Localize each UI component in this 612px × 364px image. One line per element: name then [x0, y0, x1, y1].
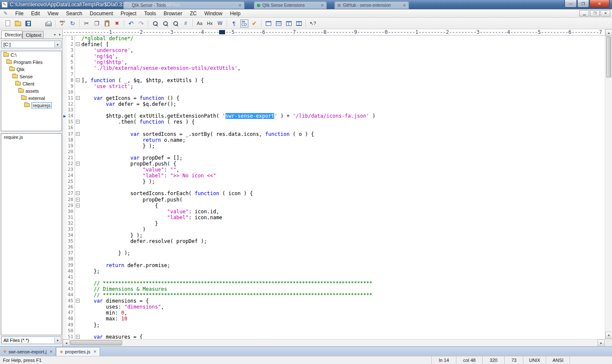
code-text[interactable]: return defer.promise; — [81, 262, 605, 268]
menu-project[interactable]: Project — [117, 9, 140, 17]
close-icon[interactable]: ✕ — [238, 3, 242, 8]
code-line[interactable]: 5 'ng!$http', — [63, 59, 605, 65]
code-line[interactable]: 4 'ng!$q', — [63, 53, 605, 59]
code-line[interactable]: 32 } — [63, 221, 605, 226]
horizontal-scrollbar[interactable]: ◄ ► — [63, 339, 605, 346]
ghost-browser-tab[interactable]: Qlik Sense Extensions✕ — [254, 1, 327, 9]
code-line[interactable]: 17− var sortedIcons = _.sortBy( res.data… — [63, 131, 605, 137]
code-line[interactable]: 31 "label": icon.name — [63, 215, 605, 221]
code-text[interactable]: return o.name; — [81, 137, 605, 143]
mdi-restore-button[interactable]: ❐ — [590, 10, 600, 17]
copy-icon[interactable]: ❐ — [92, 19, 102, 28]
open-file-icon[interactable] — [13, 19, 23, 28]
code-line[interactable]: 10 — [63, 89, 605, 95]
fold-toggle-icon[interactable]: − — [76, 299, 80, 303]
code-line[interactable]: 28− propDef.push( — [63, 197, 605, 203]
ghost-browser-tab[interactable]: GitHub - sense-extension✕ — [334, 1, 409, 9]
doc-tab-propertiesjs[interactable]: ❖properties.js✕ — [56, 347, 100, 356]
code-line[interactable]: 12 var defer = $q.defer(); — [63, 101, 605, 107]
find-in-files-icon[interactable] — [170, 19, 181, 28]
code-line[interactable]: 35 defer.resolve( propDef ); — [63, 238, 605, 244]
code-line[interactable]: 48 max: 10 — [63, 316, 605, 322]
fold-toggle-icon[interactable]: − — [76, 162, 80, 165]
window-single-icon[interactable] — [263, 19, 273, 28]
code-text[interactable]: var defer = $q.defer(); — [81, 101, 605, 107]
code-text[interactable]: { — [81, 203, 605, 209]
ghost-browser-tab[interactable]: Qlik Sense - Tools✕ — [123, 1, 245, 9]
code-text[interactable] — [81, 256, 605, 262]
code-text[interactable]: } ); — [81, 143, 605, 149]
code-text[interactable]: } ); — [81, 179, 605, 185]
spell-check-icon[interactable]: ABC✔ — [57, 19, 67, 28]
code-text[interactable]: './lib/external/sense-extension-utils/ex… — [81, 65, 605, 71]
chevron-down-icon[interactable]: ▼ — [54, 41, 61, 47]
code-text[interactable]: propDef.push( { — [81, 161, 605, 167]
code-text[interactable]: } — [81, 221, 605, 226]
code-text[interactable] — [81, 185, 605, 190]
menu-help[interactable]: Help — [226, 9, 245, 17]
hex-viewer-icon[interactable]: Hx — [205, 19, 215, 28]
scroll-down-icon[interactable]: ▼ — [605, 332, 612, 339]
code-line[interactable]: 34 } ); — [63, 232, 605, 238]
word-wrap-icon[interactable]: W — [215, 19, 225, 28]
code-line[interactable]: 11− var getIcons = function () { — [63, 95, 605, 101]
close-icon[interactable]: ✕ — [93, 350, 97, 354]
vertical-scrollbar[interactable]: ▲ ▼ — [605, 29, 612, 339]
code-line[interactable]: 43 // Dimensions & Measures — [63, 286, 605, 292]
scroll-up-icon[interactable]: ▲ — [605, 29, 612, 36]
menu-zc[interactable]: ZC — [186, 9, 200, 17]
code-line[interactable]: 37 } ); — [63, 250, 605, 256]
paste-icon[interactable] — [102, 19, 112, 28]
code-text[interactable]: // *************************************… — [81, 292, 605, 298]
code-text[interactable]: 'underscore', — [81, 47, 605, 53]
code-line[interactable]: 21 var propDef = []; — [63, 155, 605, 161]
fold-toggle-icon[interactable]: − — [76, 96, 80, 100]
code-text[interactable]: 'use strict'; — [81, 83, 605, 89]
code-text[interactable]: propDef.push( — [81, 197, 605, 203]
menu-search[interactable]: Search — [62, 9, 86, 17]
redo-icon[interactable]: ↷ — [136, 19, 146, 28]
close-icon[interactable]: ✕ — [50, 350, 53, 354]
code-text[interactable]: // Dimensions & Measures — [81, 286, 605, 292]
close-icon[interactable]: ✕ — [320, 3, 324, 8]
code-text[interactable]: define( [ — [81, 41, 605, 47]
code-text[interactable]: // *************************************… — [81, 280, 605, 286]
code-line[interactable]: 40 }; — [63, 268, 605, 274]
window-split-v-icon[interactable] — [284, 19, 294, 28]
new-file-icon[interactable] — [3, 19, 13, 28]
find-icon[interactable] — [150, 19, 160, 28]
change-case-icon[interactable]: Aa — [195, 19, 205, 28]
tree-item-c[interactable]: C:\ — [1, 51, 61, 58]
drive-select[interactable]: [C:] ▼ — [1, 41, 61, 48]
code-line[interactable]: 33 ) — [63, 226, 605, 232]
syntax-check-icon[interactable]: ✔ — [249, 19, 259, 28]
tree-item-requirejs[interactable]: requirejs — [1, 102, 61, 109]
code-text[interactable]: "label": ">> No icon <<" — [81, 173, 605, 179]
fold-toggle-icon[interactable]: − — [76, 132, 80, 136]
code-line[interactable]: 50 — [63, 328, 605, 334]
code-line[interactable]: 16 — [63, 125, 605, 131]
vertical-scroll-thumb[interactable] — [606, 37, 611, 77]
tab-scroll-right-icon[interactable]: ▸ — [57, 31, 63, 38]
code-text[interactable] — [81, 72, 605, 77]
code-line[interactable]: 47 min: 0, — [63, 310, 605, 316]
code-line[interactable]: 51− var measures = { — [63, 334, 605, 339]
code-text[interactable]: var dimensions = { — [81, 298, 605, 304]
goto-line-icon[interactable]: # — [181, 19, 191, 28]
code-text[interactable]: .then( function ( res ) { — [81, 119, 605, 125]
code-text[interactable]: "label": icon.name — [81, 215, 605, 221]
code-line[interactable]: 29− { — [63, 203, 605, 209]
menu-edit[interactable]: Edit — [27, 9, 44, 17]
maximize-button[interactable]: ❐ — [577, 0, 589, 8]
code-line[interactable]: 8−], function ( _, $q, $http, extUtils )… — [63, 77, 605, 83]
file-filter-select[interactable]: All Files (*.*) ▼ — [1, 336, 61, 344]
code-line[interactable]: 38 — [63, 256, 605, 262]
code-line[interactable]: 30 "value": icon.id, — [63, 209, 605, 215]
tab-scroll-left-icon[interactable]: ◂ — [52, 31, 57, 38]
menu-window[interactable]: Window — [200, 9, 226, 17]
code-text[interactable]: defer.resolve( propDef ); — [81, 238, 605, 244]
code-text[interactable]: var measures = { — [81, 334, 605, 339]
print-icon[interactable] — [43, 19, 53, 28]
horizontal-scroll-thumb[interactable] — [70, 340, 122, 345]
close-button[interactable]: ✕ — [590, 0, 609, 8]
